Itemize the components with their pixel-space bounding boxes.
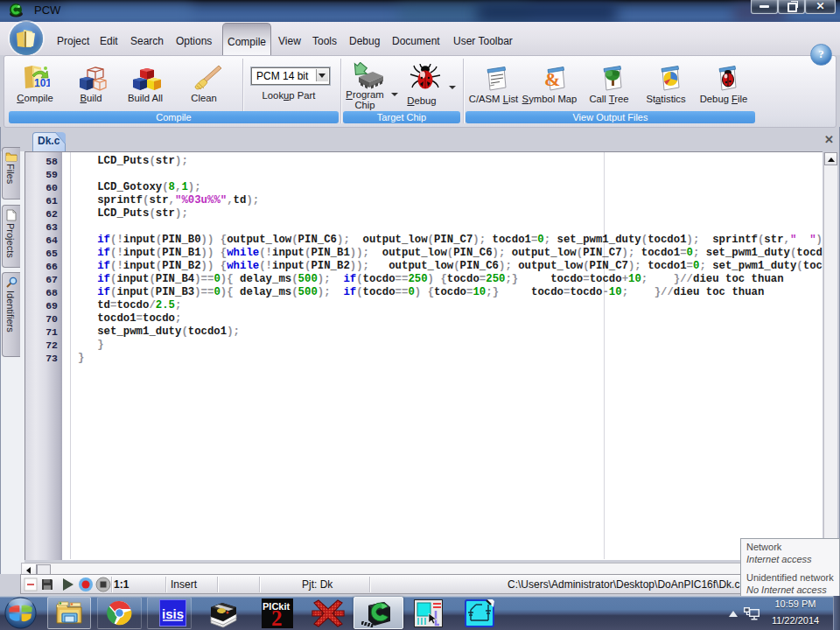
svg-text:isis: isis [162, 606, 184, 621]
svg-text:2: 2 [271, 606, 283, 628]
svg-text:&: & [544, 68, 560, 90]
svg-text:101: 101 [34, 77, 50, 89]
